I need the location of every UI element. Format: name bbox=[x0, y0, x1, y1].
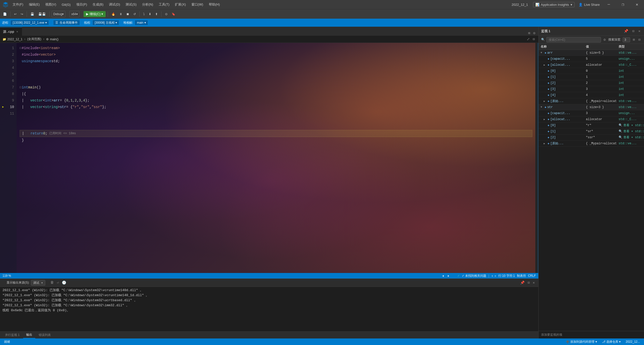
scroll-left-button[interactable]: ◂ bbox=[442, 274, 444, 278]
str-0-search-icon[interactable]: 🔍 bbox=[619, 123, 622, 127]
watch-row-arr-raw[interactable]: ▶ ◆ [原始... { _Mypair=allocator } std::ve… bbox=[539, 98, 644, 104]
watch-row-str-raw[interactable]: ▶ ◆ [原始... { _Mypair=allocator } std::ve… bbox=[539, 141, 644, 147]
watch-search-input[interactable] bbox=[546, 37, 601, 43]
output-clear-button[interactable]: 🗑 bbox=[49, 280, 55, 285]
close-button[interactable]: ✕ bbox=[632, 0, 642, 9]
breadcrumb-project[interactable]: 📁 2022_12_1 bbox=[3, 38, 22, 41]
expander-arr[interactable]: ▼ bbox=[541, 51, 544, 54]
watch-row-str-capacity[interactable]: ◆ [capacit... 3 unsign... bbox=[539, 110, 644, 116]
restore-button[interactable]: ❐ bbox=[618, 0, 628, 9]
menu-item-f[interactable]: 文件(F) bbox=[10, 2, 26, 7]
menu-item-x[interactable]: 扩展(X) bbox=[172, 2, 188, 7]
debug-mode-dropdown[interactable]: Debug▾ bbox=[52, 11, 65, 17]
output-wrap-button[interactable]: ⏎ bbox=[56, 280, 60, 285]
watch-pin-icon[interactable]: 📌 bbox=[623, 28, 629, 34]
menu-item-h[interactable]: 帮助(H) bbox=[206, 2, 222, 7]
watch-row-arr-capacity[interactable]: ◆ [capacit... 5 unsign... bbox=[539, 56, 644, 62]
step-out-button[interactable]: ⬆ bbox=[154, 12, 159, 16]
menu-item-e[interactable]: 编辑(E) bbox=[26, 2, 42, 7]
expander-arr-alloc[interactable]: ▶ bbox=[544, 63, 547, 66]
thread-dropdown[interactable]: [30008] 主线程 ▾ bbox=[92, 20, 119, 25]
code-content[interactable]: □ #include <iostream> #include <vector> … bbox=[17, 43, 535, 273]
save-button[interactable]: 💾 bbox=[29, 12, 36, 16]
watch-row-str-2[interactable]: ◆ [2] "ssr" 🔍 查看 ▾ std::stri... bbox=[539, 134, 644, 141]
save-all-button[interactable]: 💾💾 bbox=[37, 12, 47, 16]
app-insights-button[interactable]: 📊 Application Insights ▾ bbox=[533, 2, 575, 7]
output-clock-button[interactable]: 🕐 bbox=[61, 280, 67, 285]
row-col-info[interactable]: 行:10 字符:1 bbox=[498, 274, 515, 278]
expand-editor-icon[interactable]: ⤢ bbox=[526, 37, 531, 42]
select-repo[interactable]: ⎇ 选择仓库 ▾ bbox=[600, 339, 622, 344]
scroll-right-button[interactable]: ▸ bbox=[448, 274, 449, 278]
output-pin-button[interactable]: 📌 bbox=[519, 280, 526, 285]
parallel-watch-tab[interactable]: 并行监视 1 bbox=[2, 332, 23, 338]
tab-close-icon[interactable]: ✕ bbox=[16, 30, 19, 33]
watch-close-icon[interactable]: ✕ bbox=[637, 28, 641, 34]
watch-row-arr-3[interactable]: ◆ [3] 3 int bbox=[539, 86, 644, 92]
output-float-button[interactable]: ⊡ bbox=[527, 280, 531, 285]
menu-item-s[interactable]: 测试(S) bbox=[123, 2, 139, 7]
add-source-control[interactable]: ➕ 添加到源代码管理 ▾ bbox=[564, 339, 598, 344]
menu-item-w[interactable]: 窗口(W) bbox=[189, 2, 206, 7]
tab-type[interactable]: 制表符 bbox=[517, 274, 526, 278]
output-close-button[interactable]: ✕ bbox=[532, 280, 536, 285]
output-content[interactable]: 2022_12_1.exe" (Win32): 已加载 "C:\Windows\… bbox=[0, 287, 538, 331]
watch-row-str-1[interactable]: ◆ [1] "sr" 🔍 查看 ▾ std::stri... bbox=[539, 128, 644, 134]
expander-str-raw[interactable]: ▶ bbox=[544, 142, 547, 145]
minimize-button[interactable]: — bbox=[604, 0, 614, 9]
menu-item-n[interactable]: 分析(N) bbox=[140, 2, 156, 7]
search-settings-icon[interactable]: ⚙ bbox=[602, 37, 607, 42]
watch-row-arr-0[interactable]: ◆ [0] 0 int bbox=[539, 68, 644, 74]
bookmark-button[interactable]: 🔖 bbox=[170, 12, 177, 16]
depth-input[interactable] bbox=[623, 37, 630, 42]
menu-item-v[interactable]: 视图(V) bbox=[43, 2, 59, 7]
step-into-button[interactable]: ⬇ bbox=[147, 12, 153, 16]
new-file-button[interactable]: 📄 bbox=[2, 12, 8, 16]
split-editor-icon[interactable]: ⊞ bbox=[527, 30, 531, 36]
live-share-button[interactable]: 👤 Live Share bbox=[579, 3, 600, 7]
expander-str[interactable]: ▼ bbox=[541, 106, 544, 109]
lifecycle-button[interactable]: ☰ 生命周期事件 bbox=[53, 20, 80, 25]
minimap[interactable] bbox=[535, 43, 538, 273]
menu-item-p[interactable]: 项目(P) bbox=[74, 2, 90, 7]
fold-5[interactable]: □ bbox=[20, 84, 21, 91]
watch-collapse-icon[interactable]: ⊟ bbox=[637, 37, 641, 42]
str-1-search-icon[interactable]: 🔍 bbox=[619, 129, 622, 133]
editor-tab-source[interactable]: 源.cpp ✕ bbox=[0, 27, 22, 36]
process-dropdown[interactable]: [13336] 2022_12_1.exe ▾ bbox=[10, 20, 49, 25]
platform-dropdown[interactable]: x64▾ bbox=[69, 11, 79, 17]
watch-table[interactable]: ▼ ◆ arr { size=5 } std::ve... ◆ [capacit… bbox=[539, 50, 644, 331]
redo-button[interactable]: ↪ bbox=[19, 12, 25, 16]
breakpoint-button[interactable]: ⊙ bbox=[164, 12, 169, 16]
watch-row-arr-1[interactable]: ◆ [1] 1 int bbox=[539, 74, 644, 80]
error-list-tab[interactable]: 错误列表 bbox=[36, 332, 54, 338]
settings-icon[interactable]: ⚙ bbox=[532, 30, 536, 36]
encoding[interactable]: CRLF bbox=[528, 274, 536, 278]
code-editor[interactable]: ➤ 1 2 3 4 5 6 7 8 9 10 11 □ bbox=[0, 43, 538, 273]
zoom-level[interactable]: 119 % bbox=[3, 274, 11, 278]
fold-1[interactable]: □ bbox=[20, 45, 21, 51]
menu-item-t[interactable]: 工具(T) bbox=[156, 2, 172, 7]
watch-expand-icon[interactable]: ⊞ bbox=[632, 37, 636, 42]
expander-arr-raw[interactable]: ▶ bbox=[544, 100, 547, 103]
watch-row-arr-4[interactable]: ◆ [4] 4 int bbox=[539, 92, 644, 98]
watch-row-arr-2[interactable]: ◆ [2] 2 int bbox=[539, 80, 644, 86]
stop-button[interactable]: ⏹ bbox=[125, 12, 131, 16]
split-horizontal-icon[interactable]: ⊟ bbox=[532, 37, 536, 42]
watch-float-icon[interactable]: ⊡ bbox=[631, 28, 635, 34]
str-2-search-icon[interactable]: 🔍 bbox=[619, 135, 622, 139]
output-source-dropdown[interactable]: 调试 ▾ bbox=[31, 280, 45, 286]
menu-item-gitg[interactable]: Git(G) bbox=[59, 2, 73, 7]
watch-row-str-allocator[interactable]: ▶ ◆ [allocat... allocator std::_C... bbox=[539, 116, 644, 122]
watch-row-str-0[interactable]: ◆ [0] "r" 🔍 查看 ▾ std::stri... bbox=[539, 122, 644, 128]
breadcrumb-scope[interactable]: (全局范围) bbox=[27, 37, 41, 41]
watch-row-arr[interactable]: ▼ ◆ arr { size=5 } std::ve... bbox=[539, 50, 644, 56]
breadcrumb-function[interactable]: ⚙ main() bbox=[46, 38, 58, 41]
undo-button[interactable]: ↩ bbox=[13, 12, 18, 16]
menu-item-d[interactable]: 调试(D) bbox=[106, 2, 123, 7]
pause-button[interactable]: ⏸ bbox=[118, 12, 124, 16]
restart-button[interactable]: ↺ bbox=[132, 12, 137, 16]
watch-row-str[interactable]: ▼ ◆ str { size=3 } std::ve... bbox=[539, 104, 644, 110]
output-tab[interactable]: 输出 bbox=[23, 332, 35, 338]
continue-button[interactable]: ▶ 继续(C) ▾ bbox=[84, 11, 106, 17]
